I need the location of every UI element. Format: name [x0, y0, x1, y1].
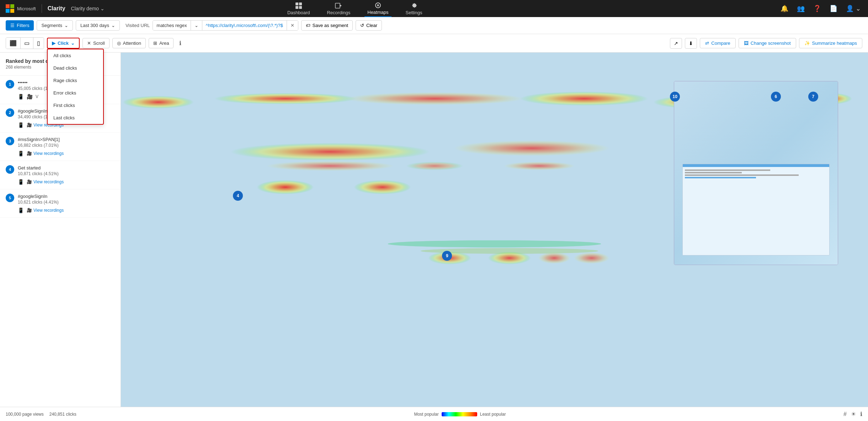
- nav-tab-recordings[interactable]: Recordings: [324, 1, 353, 17]
- dead-clicks-option[interactable]: Dead clicks: [48, 62, 103, 74]
- segments-chevron-icon: ⌄: [64, 23, 68, 28]
- view-recordings-button-4[interactable]: 🎥 View recordings: [27, 179, 64, 184]
- heatmap-container: 4 9 10 6 7: [121, 53, 868, 407]
- mobile-device-icon-2: 📱: [18, 122, 24, 128]
- heatmap-badge-6: 6: [771, 92, 781, 102]
- summarize-heatmaps-button[interactable]: ✨ Summarize heatmaps: [799, 38, 862, 48]
- change-screenshot-button[interactable]: 🖼 Change screenshot: [739, 38, 796, 48]
- scroll-button[interactable]: ✕ Scroll: [82, 38, 110, 48]
- heatmap-toolbar: ⬛ ▭ ▯ ▶ Click ⌄ All clicks Dead clicks R…: [0, 34, 868, 53]
- nav-right-icons: 🔔 👥 ❓ 📄 👤 ⌄: [779, 3, 862, 14]
- heatmap-info-icon[interactable]: ℹ: [860, 411, 862, 417]
- share-icon[interactable]: 👥: [795, 3, 806, 14]
- recording-icon-5: 🎥: [27, 208, 32, 213]
- nav-tabs: Dashboard Recordings Heatmaps Settings: [284, 0, 425, 17]
- url-match-chevron-icon[interactable]: ⌄: [191, 21, 202, 30]
- element-actions-3: 📱 🎥 View recordings: [6, 151, 115, 156]
- error-clicks-option[interactable]: Error clicks: [48, 87, 103, 99]
- element-info-5: #googleSignIn 10,621 clicks (4.41%): [18, 194, 115, 205]
- clear-button[interactable]: ↺ Clear: [356, 20, 382, 31]
- view-recordings-button-5[interactable]: 🎥 View recordings: [27, 208, 64, 213]
- visited-url-label: Visited URL: [126, 23, 150, 28]
- filter-bar: ☰ Filters Segments ⌄ Last 300 days ⌄ Vis…: [0, 17, 868, 34]
- recording-icon-4: 🎥: [27, 179, 32, 184]
- recordings-tab-label: Recordings: [327, 10, 350, 15]
- save-segment-icon: 🏷: [306, 23, 310, 28]
- attention-button[interactable]: ◎ Attention: [112, 38, 146, 48]
- bottom-action-icons: # ☀ ℹ: [843, 411, 862, 417]
- all-clicks-option[interactable]: All clicks: [48, 49, 103, 62]
- element-actions-5: 📱 🎥 View recordings: [6, 207, 115, 213]
- view-recordings-button-3[interactable]: 🎥 View recordings: [27, 151, 64, 156]
- nav-tab-heatmaps[interactable]: Heatmaps: [364, 0, 391, 17]
- segments-label: Segments: [41, 23, 62, 28]
- help-icon[interactable]: ❓: [812, 3, 822, 14]
- dashboard-tab-label: Dashboard: [287, 10, 310, 15]
- date-range-button[interactable]: Last 300 days ⌄: [76, 20, 120, 31]
- least-popular-label: Least popular: [480, 412, 506, 417]
- svg-rect-0: [6, 4, 10, 8]
- rage-clicks-option[interactable]: Rage clicks: [48, 74, 103, 87]
- area-icon: ⊞: [153, 41, 157, 46]
- bottom-bar: 100,000 page views 240,851 clicks Most p…: [0, 407, 868, 421]
- save-segment-button[interactable]: 🏷 Save as segment: [301, 20, 353, 31]
- svg-rect-8: [335, 3, 340, 8]
- info-icon[interactable]: ℹ: [176, 38, 184, 48]
- svg-rect-1: [10, 4, 14, 8]
- filters-button[interactable]: ☰ Filters: [6, 20, 34, 31]
- heatmap-badge-4: 4: [233, 191, 243, 201]
- last-clicks-option[interactable]: Last clicks: [48, 112, 103, 124]
- attention-icon: ◎: [117, 41, 121, 46]
- compare-icon: ⇄: [705, 41, 709, 46]
- most-popular-label: Most popular: [414, 412, 438, 417]
- url-match-type[interactable]: matches regex: [153, 21, 191, 30]
- recordings-icon: [335, 2, 342, 9]
- element-info-3: #msSignIn>SPAN[1] 16,882 clicks (7.01%): [18, 137, 115, 148]
- mobile-view-button[interactable]: ▯: [33, 38, 44, 49]
- microsoft-logo-icon: [6, 4, 14, 13]
- download-heatmap-icon[interactable]: ⬇: [685, 38, 697, 49]
- tablet-view-button[interactable]: ▭: [21, 38, 33, 49]
- brightness-icon[interactable]: ☀: [851, 411, 856, 417]
- view-recordings-label-5: View recordings: [33, 208, 64, 213]
- notifications-icon[interactable]: 🔔: [779, 3, 790, 14]
- click-chevron-icon: ⌄: [71, 41, 75, 46]
- share-heatmap-icon[interactable]: ↗: [670, 38, 682, 49]
- mobile-device-icon-5: 📱: [18, 207, 24, 213]
- docs-icon[interactable]: 📄: [828, 3, 839, 14]
- rank-badge-5: 5: [6, 194, 14, 202]
- top-navigation: Microsoft Clarity Clarity demo ⌄ Dashboa…: [0, 0, 868, 17]
- element-row: 5 #googleSignIn 10,621 clicks (4.41%): [6, 194, 115, 205]
- click-dropdown-container: ▶ Click ⌄ All clicks Dead clicks Rage cl…: [47, 38, 80, 49]
- url-filter-close-icon[interactable]: ✕: [287, 21, 298, 30]
- settings-tab-label: Settings: [406, 10, 422, 15]
- grid-settings-icon[interactable]: #: [843, 411, 847, 417]
- url-filter-group: matches regex ⌄ ^https://clarity\.micros…: [153, 20, 298, 31]
- page-views-stat: 100,000 page views: [6, 412, 44, 417]
- cursor-icon: ▶: [52, 41, 55, 46]
- nav-tab-settings[interactable]: Settings: [403, 1, 425, 17]
- area-button[interactable]: ⊞ Area: [149, 38, 174, 48]
- nav-divider: [42, 4, 42, 13]
- nav-tab-dashboard[interactable]: Dashboard: [284, 1, 313, 17]
- svg-rect-7: [299, 6, 302, 9]
- project-name-button[interactable]: Clarity demo ⌄: [71, 6, 105, 11]
- clear-icon: ↺: [360, 23, 364, 28]
- desktop-view-button[interactable]: ⬛: [6, 38, 21, 49]
- recording-icon-3: 🎥: [27, 151, 32, 156]
- recording-icon-2: 🎥: [27, 123, 32, 128]
- heatmap-badge-10: 10: [670, 92, 680, 102]
- compare-label: Compare: [711, 41, 730, 46]
- first-clicks-option[interactable]: First clicks: [48, 99, 103, 112]
- settings-icon: [410, 2, 417, 9]
- compare-button[interactable]: ⇄ Compare: [700, 38, 735, 48]
- svg-rect-6: [295, 6, 298, 9]
- mobile-device-icon-4: 📱: [18, 179, 24, 185]
- profile-icon[interactable]: 👤 ⌄: [845, 3, 862, 14]
- view-toggle-group: ⬛ ▭ ▯: [6, 37, 44, 49]
- scroll-icon: ✕: [87, 41, 91, 46]
- click-dropdown-button[interactable]: ▶ Click ⌄: [47, 38, 80, 49]
- main-content: Ranked by most clicks 268 elements 1 •••…: [0, 53, 868, 407]
- segments-button[interactable]: Segments ⌄: [37, 20, 73, 31]
- view-recordings-label-4: View recordings: [33, 179, 64, 184]
